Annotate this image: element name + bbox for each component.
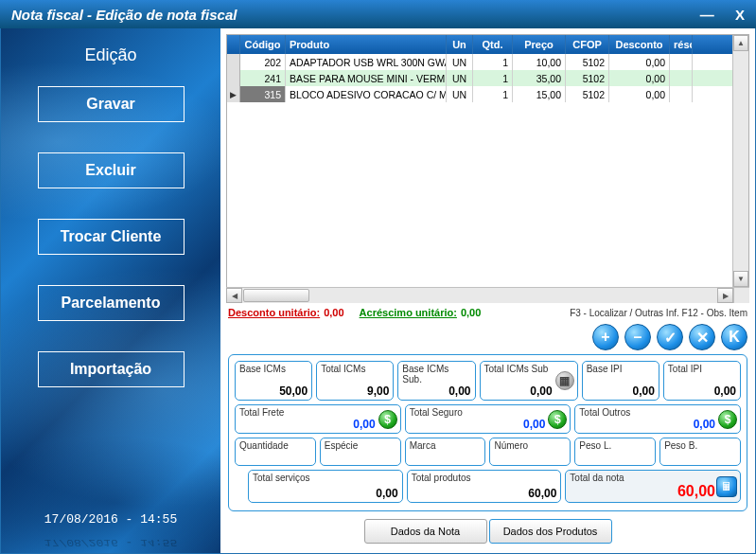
cell-un: UN [447, 54, 473, 70]
base-icms-sub-field[interactable]: Base ICMs Sub.0,00 [397, 361, 475, 401]
cell-desconto: 0,00 [609, 70, 670, 86]
discount-info-line: Desconto unitário: 0,00 Acréscimo unitár… [226, 303, 749, 322]
cell-extra [670, 54, 693, 70]
total-nota-field: Total da nota60,00🖩 [565, 470, 741, 503]
cell-produto: BLOCO ADESIVO CORACAO C/ M [286, 86, 447, 102]
col-desconto[interactable]: Desconto [609, 35, 670, 54]
table-row[interactable]: 202ADAPTADOR USB WRL 300N GWA-UN110,0051… [227, 54, 732, 70]
sidebar: Edição Gravar Excluir Trocar Cliente Par… [1, 28, 220, 553]
cell-qtd: 1 [473, 54, 513, 70]
row-marker [227, 70, 240, 86]
quantidade-field[interactable]: Quantidade [235, 438, 316, 466]
trocar-cliente-button[interactable]: Trocar Cliente [38, 219, 185, 255]
cell-produto: ADAPTADOR USB WRL 300N GWA- [286, 54, 447, 70]
grid-header: Código Produto Un Qtd. Preço CFOP Descon… [227, 35, 732, 54]
scroll-thumb[interactable] [243, 289, 309, 302]
cell-desconto: 0,00 [609, 54, 670, 70]
minimize-button[interactable]: — [700, 7, 714, 23]
confirm-row-button[interactable]: ✓ [657, 324, 683, 350]
bottom-tabs: Dados da Nota Dados dos Produtos [226, 515, 749, 551]
scroll-left-icon[interactable]: ◀ [226, 288, 242, 303]
table-row[interactable]: ▶315BLOCO ADESIVO CORACAO C/ MUN115,0051… [227, 86, 732, 102]
cell-desconto: 0,00 [609, 86, 670, 102]
col-produto[interactable]: Produto [286, 35, 447, 54]
total-servicos-field: Total serviços0,00 [248, 470, 403, 503]
totals-panel: Base ICMs50,00 Total ICMs9,00 Base ICMs … [228, 354, 747, 511]
peso-b-field[interactable]: Peso B. [659, 438, 741, 466]
total-frete-field[interactable]: Total Frete0,00$ [235, 404, 401, 434]
total-seguro-field[interactable]: Total Seguro0,00$ [405, 404, 571, 434]
grid-action-bar: + – ✓ ✕ K [226, 322, 749, 354]
desconto-unitario-value: 0,00 [324, 307, 343, 318]
window-title: Nota fiscal - Edição de nota fiscal [11, 7, 237, 23]
cell-cfop: 5102 [566, 54, 609, 70]
tab-dados-nota[interactable]: Dados da Nota [364, 519, 487, 544]
marca-field[interactable]: Marca [405, 438, 486, 466]
scroll-right-icon[interactable]: ▶ [717, 288, 733, 303]
cell-preco: 35,00 [513, 70, 566, 86]
titlebar: Nota fiscal - Edição de nota fiscal — X [0, 0, 756, 28]
cell-codigo: 202 [240, 54, 286, 70]
total-icms-field[interactable]: Total ICMs9,00 [316, 361, 394, 401]
cell-un: UN [447, 86, 473, 102]
numero-field[interactable]: Número [489, 438, 571, 466]
row-marker [227, 54, 240, 70]
timestamp: 17/08/2016 - 14:55 [1, 512, 220, 527]
k-button[interactable]: K [721, 324, 747, 350]
cell-extra [670, 70, 693, 86]
remove-row-button[interactable]: – [624, 324, 651, 350]
col-qtd[interactable]: Qtd. [473, 35, 513, 54]
col-cfop[interactable]: CFOP [566, 35, 609, 54]
table-row[interactable]: 241BASE PARA MOUSE MINI - VERMEUN135,005… [227, 70, 732, 86]
cell-preco: 15,00 [513, 86, 566, 102]
base-ipi-field[interactable]: Base IPI0,00 [582, 361, 659, 401]
cell-cfop: 5102 [566, 86, 609, 102]
horizontal-scrollbar[interactable]: ◀ ▶ [226, 287, 749, 303]
base-icms-field[interactable]: Base ICMs50,00 [235, 361, 312, 401]
total-produtos-field: Total produtos60,00 [407, 470, 562, 503]
acrescimo-unitario-value: 0,00 [461, 307, 481, 318]
frete-money-icon[interactable]: $ [378, 410, 397, 429]
cell-codigo: 241 [240, 70, 286, 86]
cell-cfop: 5102 [566, 70, 609, 86]
timestamp-reflection: 17/08/2016 - 14:55 [0, 537, 221, 548]
gravar-button[interactable]: Gravar [38, 86, 185, 122]
scroll-down-icon[interactable]: ▼ [733, 271, 748, 287]
col-codigo[interactable]: Código [240, 35, 286, 54]
calculator-icon[interactable]: 🖩 [716, 476, 737, 497]
vertical-scrollbar[interactable]: ▲ ▼ [732, 35, 748, 287]
importacao-button[interactable]: Importação [38, 351, 185, 387]
col-un[interactable]: Un [447, 35, 473, 54]
cell-codigo: 315 [240, 86, 286, 102]
total-ipi-field[interactable]: Total IPI0,00 [663, 361, 741, 401]
col-extra[interactable]: réscr [670, 35, 693, 54]
shortcut-hints: F3 - Localizar / Outras Inf. F12 - Obs. … [570, 308, 747, 318]
acrescimo-unitario-label: Acréscimo unitário: [360, 307, 457, 318]
tab-dados-produtos[interactable]: Dados dos Produtos [489, 519, 612, 544]
cell-qtd: 1 [473, 70, 513, 86]
product-grid[interactable]: Código Produto Un Qtd. Preço CFOP Descon… [226, 34, 749, 288]
cell-produto: BASE PARA MOUSE MINI - VERME [286, 70, 447, 86]
excluir-button[interactable]: Excluir [38, 152, 185, 188]
desconto-unitario-label: Desconto unitário: [228, 307, 320, 318]
sidebar-heading: Edição [84, 45, 136, 65]
icms-sub-button[interactable]: ▦ [555, 371, 574, 390]
cell-extra [670, 86, 693, 102]
cell-preco: 10,00 [513, 54, 566, 70]
especie-field[interactable]: Espécie [320, 438, 401, 466]
add-row-button[interactable]: + [592, 324, 619, 350]
close-button[interactable]: X [735, 7, 745, 23]
seguro-money-icon[interactable]: $ [548, 410, 567, 429]
cell-un: UN [447, 70, 473, 86]
cancel-row-button[interactable]: ✕ [689, 324, 715, 350]
parcelamento-button[interactable]: Parcelamento [38, 285, 185, 321]
peso-l-field[interactable]: Peso L. [574, 438, 656, 466]
scroll-up-icon[interactable]: ▲ [733, 35, 748, 51]
cell-qtd: 1 [473, 86, 513, 102]
total-icms-sub-field[interactable]: Total ICMs Sub0,00▦ [480, 361, 578, 401]
col-preco[interactable]: Preço [513, 35, 566, 54]
outros-money-icon[interactable]: $ [718, 410, 737, 429]
total-outros-field[interactable]: Total Outros0,00$ [574, 404, 741, 434]
row-marker: ▶ [227, 86, 240, 102]
